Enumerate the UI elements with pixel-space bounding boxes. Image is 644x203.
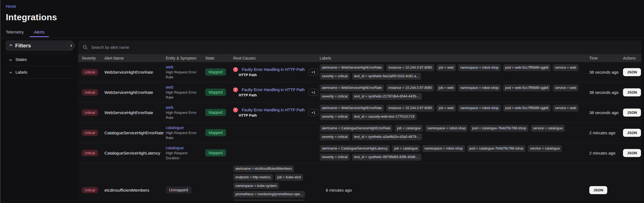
label-chip: alertname = CatalogueServiceHighLatency: [320, 145, 390, 152]
entity-link[interactable]: catalogue: [166, 125, 202, 130]
col-header-time: Time: [583, 56, 617, 60]
labels-cell: alertname = WebServiceHighErrorRateinsta…: [320, 102, 583, 122]
label-chip: alertname = CatalogueServiceHighErrorRat…: [320, 125, 393, 132]
label-chip: pod = web-5cc7ff5689-sjgk8: [503, 64, 551, 71]
label-chip: instance = 10.244.0.97:8080: [386, 84, 434, 91]
json-button[interactable]: JSON: [589, 186, 607, 194]
table-header: Severity Alert Name Entity & Symptom Sta…: [78, 54, 641, 62]
state-badge: Mapped: [205, 109, 226, 116]
json-button[interactable]: JSON: [623, 129, 641, 137]
label-chip: pod = catalogue-7b4d79c768-tzkvp: [470, 125, 529, 132]
severity-badge: critical: [82, 130, 98, 136]
labels-cell: alertname = etcdInsufficientMembersendpo…: [233, 163, 320, 201]
search-input[interactable]: [91, 45, 423, 50]
label-chip: job = catalogue: [395, 125, 423, 132]
collapse-sidebar-button[interactable]: [68, 42, 75, 49]
alert-name: WebServiceHighErrorRate: [104, 70, 166, 74]
symptom-label: High Request Error Rate: [166, 130, 202, 140]
alert-row: critical CatalogueServiceHighErrorRate c…: [78, 123, 641, 143]
json-button[interactable]: JSON: [623, 88, 641, 96]
actions-cell: JSON: [617, 149, 638, 157]
actions-cell: JSON: [617, 68, 638, 76]
root-cause-more-badge[interactable]: +1: [309, 89, 318, 96]
state-badge: Mapped: [205, 149, 226, 156]
search-icon: [83, 45, 88, 50]
severity-cell: critical: [82, 69, 104, 75]
root-cause-more-badge[interactable]: +1: [309, 109, 318, 116]
label-chip: severity = critical: [320, 154, 350, 161]
filter-section-label: States: [15, 57, 27, 62]
tab-bar: Telemetry Alerts: [6, 29, 644, 38]
time-cell: 2 minutes ago: [583, 151, 617, 155]
state-badge: Mapped: [205, 129, 226, 136]
label-chip: job = web: [437, 105, 456, 112]
label-chip: job = kube-etcd: [275, 174, 303, 181]
label-chip: test_id = synthetic-21787db4-d044-4435-.…: [352, 93, 422, 100]
severity-cell: critical: [82, 109, 104, 116]
filter-section-states[interactable]: States: [6, 53, 73, 66]
time-cell: 6 minutes ago: [320, 188, 583, 192]
filters-header[interactable]: Filters: [6, 40, 73, 51]
label-chip: alertname = etcdInsufficientMembers: [233, 165, 294, 172]
alert-name: etcdInsufficientMembers: [104, 188, 166, 192]
filter-section-labels[interactable]: Labels: [6, 66, 73, 79]
error-octagon-icon: [233, 88, 238, 92]
chevron-up-icon: [9, 44, 12, 47]
actions-cell: JSON: [617, 88, 638, 96]
state-cell: Unmapped: [166, 186, 205, 194]
search-bar: [78, 40, 641, 54]
label-chip: namespace = robot-shop: [458, 64, 501, 71]
entity-link[interactable]: catalogue: [166, 145, 202, 150]
root-causes-cell: Faulty Error Handling in HTTP Path HTTP …: [233, 88, 320, 97]
label-chip: namespace = robot-shop: [458, 105, 501, 112]
alert-row: critical WebServiceHighErrorRate web Hig…: [78, 82, 641, 102]
page-title: Integrations: [6, 12, 644, 22]
label-chip: test_id = synthetic-a3a46d2e-d3a0-4879-.…: [352, 133, 422, 140]
label-chip: test_id = causely-web-test-1770151719: [352, 113, 417, 120]
label-chip: job = web: [437, 84, 456, 91]
time-cell: 38 seconds ago: [583, 110, 617, 115]
root-cause-link[interactable]: Faulty Error Handling in HTTP Path: [242, 88, 305, 92]
json-button[interactable]: JSON: [623, 109, 641, 117]
error-octagon-icon: [233, 108, 238, 112]
entity-link[interactable]: web: [166, 105, 202, 110]
filters-sidebar: Filters States Labels: [6, 40, 73, 201]
entity-symptom-cell: web High Request Error Rate: [166, 65, 205, 79]
label-chip: alertname = WebServiceHighErrorRate: [320, 64, 384, 71]
label-chip: severity = critical: [320, 73, 350, 80]
tab-alerts[interactable]: Alerts: [34, 29, 44, 34]
alert-name: WebServiceHighErrorRate: [104, 110, 166, 115]
label-chip: endpoint = http-metrics: [233, 174, 273, 181]
chevron-down-icon: [9, 71, 12, 74]
time-cell: 2 minutes ago: [583, 130, 617, 135]
filter-section-label: Labels: [15, 70, 27, 74]
label-chip: alertname = WebServiceHighErrorRate: [320, 84, 384, 91]
content-area: Filters States Labels Severity Alert Nam…: [0, 38, 644, 201]
entity-link[interactable]: web: [166, 85, 202, 89]
root-cause-link[interactable]: Faulty Error Handling in HTTP Path: [242, 108, 305, 112]
symptom-label: High Request Error Rate: [166, 90, 202, 100]
label-chip: service = prometheus-operated-kube-p-ku.…: [233, 199, 305, 201]
entity-link[interactable]: web: [166, 65, 202, 69]
root-cause-link[interactable]: Faulty Error Handling in HTTP Path: [242, 67, 305, 72]
root-cause-more-badge[interactable]: +1: [309, 69, 318, 76]
label-chip: namespace = robot-shop: [425, 125, 468, 132]
tab-telemetry[interactable]: Telemetry: [6, 29, 24, 34]
alert-row: critical WebServiceHighErrorRate web Hig…: [78, 62, 641, 82]
label-chip: service = catalogue: [528, 145, 562, 152]
col-header-root-causes: Root Causes: [233, 56, 320, 60]
label-chip: instance = 10.244.0.97:8080: [386, 105, 434, 112]
col-header-entity-symptom: Entity & Symptom: [166, 56, 205, 60]
symptom-label: High Request Error Rate: [166, 70, 202, 79]
severity-badge: critical: [82, 187, 98, 193]
root-cause-subtitle: HTTP Path: [239, 73, 305, 77]
severity-cell: critical: [82, 150, 104, 156]
label-chip: job = web: [437, 64, 456, 71]
json-button[interactable]: JSON: [623, 149, 641, 157]
breadcrumb-home-link[interactable]: Home: [6, 4, 16, 9]
label-chip: namespace = kube-system: [233, 183, 279, 189]
label-chip: pod = web-5cc7ff5689-sjgk8: [503, 84, 551, 91]
json-button[interactable]: JSON: [623, 68, 641, 76]
col-header-labels: Labels: [320, 56, 583, 60]
severity-cell: critical: [82, 89, 104, 96]
